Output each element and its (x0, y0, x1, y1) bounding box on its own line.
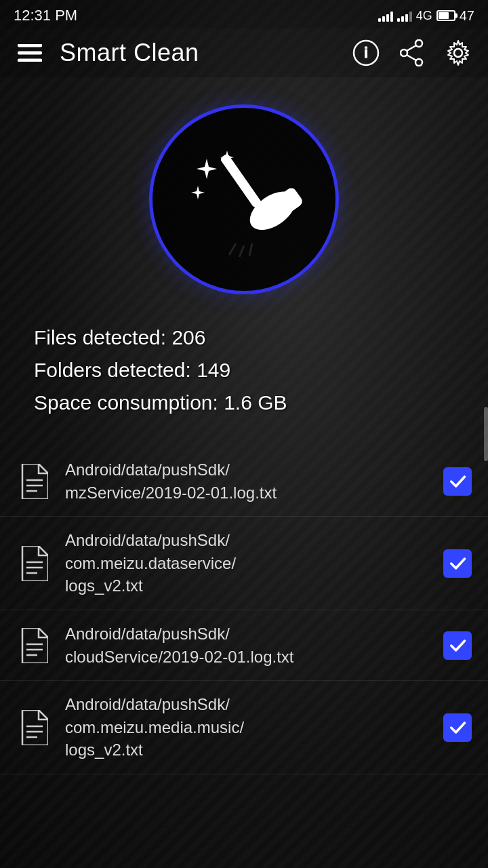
svg-rect-0 (18, 44, 42, 47)
file-name: Android/data/pushSdk/cloudService/2019-0… (65, 623, 430, 668)
document-icon (20, 464, 48, 499)
stats-section: Files detected: 206 Folders detected: 14… (0, 315, 488, 439)
svg-line-18 (239, 245, 244, 257)
file-name: Android/data/pushSdk/com.meizu.media.mus… (65, 693, 430, 762)
checkmark-icon (448, 554, 467, 573)
checkmark-icon (448, 718, 467, 737)
signal-icon-2 (397, 9, 412, 22)
folders-detected: Folders detected: 149 (34, 354, 454, 387)
svg-point-5 (415, 40, 422, 47)
broom-clean-icon (183, 138, 305, 260)
files-detected: Files detected: 206 (34, 321, 454, 354)
svg-rect-14 (220, 153, 262, 209)
file-icon (16, 464, 52, 499)
status-bar: 12:31 PM 4G 47 (0, 0, 488, 28)
svg-line-8 (407, 45, 416, 51)
battery-icon (436, 10, 455, 21)
file-name: Android/data/pushSdk/com.meizu.dataservi… (65, 529, 430, 597)
hamburger-menu-button[interactable] (14, 37, 46, 69)
settings-icon (445, 39, 472, 66)
file-item: Android/data/pushSdk/mzService/2019-02-0… (0, 446, 488, 517)
file-checkbox[interactable] (443, 549, 472, 578)
svg-marker-11 (197, 159, 217, 179)
file-item: Android/data/pushSdk/com.meizu.media.mus… (0, 681, 488, 774)
file-checkbox[interactable] (443, 713, 472, 742)
logo-section (0, 77, 488, 315)
nav-bar: Smart Clean i (0, 28, 488, 77)
status-right: 4G 47 (378, 8, 474, 24)
svg-line-19 (249, 243, 252, 256)
file-checkbox[interactable] (443, 467, 472, 496)
network-type: 4G (416, 9, 432, 23)
info-icon: i (352, 39, 380, 66)
settings-button[interactable] (442, 37, 474, 69)
file-item: Android/data/pushSdk/com.meizu.dataservi… (0, 517, 488, 610)
document-icon (20, 710, 48, 745)
space-consumption: Space consumption: 1.6 GB (34, 387, 454, 419)
share-icon (400, 39, 424, 66)
app-title: Smart Clean (60, 39, 336, 67)
svg-point-7 (401, 50, 407, 56)
file-list: Android/data/pushSdk/mzService/2019-02-0… (0, 439, 488, 781)
document-icon (20, 628, 48, 663)
file-icon (16, 628, 52, 663)
signal-icon (378, 9, 393, 22)
checkmark-icon (448, 636, 467, 655)
app-logo[interactable] (149, 104, 339, 294)
status-time: 12:31 PM (14, 7, 77, 24)
document-icon (20, 546, 48, 581)
svg-text:i: i (364, 44, 368, 61)
share-button[interactable] (396, 37, 428, 69)
svg-marker-13 (191, 186, 205, 199)
file-item: Android/data/pushSdk/cloudService/2019-0… (0, 610, 488, 681)
file-icon (16, 546, 52, 581)
svg-line-17 (229, 243, 236, 255)
svg-point-6 (415, 59, 422, 66)
svg-rect-2 (18, 59, 42, 62)
svg-rect-1 (18, 52, 42, 54)
info-button[interactable]: i (350, 37, 382, 69)
svg-point-10 (454, 49, 462, 57)
file-checkbox[interactable] (443, 631, 472, 660)
checkmark-icon (448, 472, 467, 491)
file-icon (16, 710, 52, 745)
hamburger-icon (18, 44, 42, 62)
scroll-indicator (484, 407, 488, 461)
file-name: Android/data/pushSdk/mzService/2019-02-0… (65, 458, 430, 504)
battery-level: 47 (460, 8, 474, 24)
svg-line-9 (407, 55, 416, 60)
